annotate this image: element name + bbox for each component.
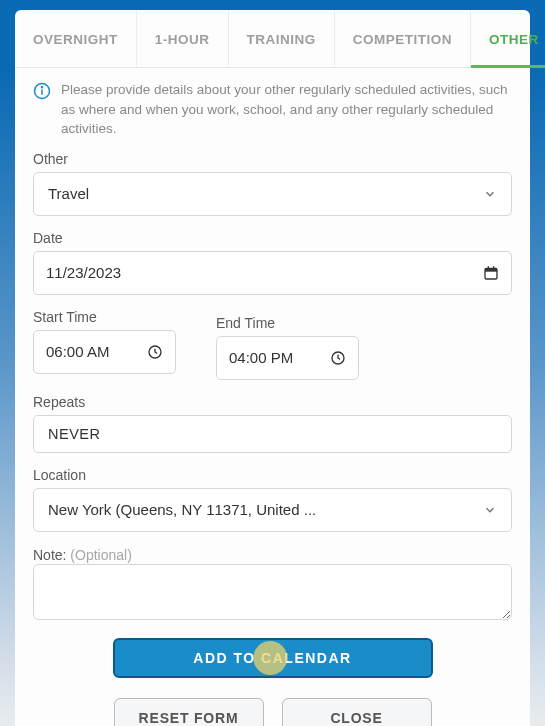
tab-bar: OVERNIGHT 1-HOUR TRAINING COMPETITION OT… — [15, 10, 530, 68]
field-date: Date 11/23/2023 — [33, 230, 512, 295]
end-time-value: 04:00 PM — [229, 349, 293, 366]
label-start-time: Start Time — [33, 309, 176, 325]
date-input[interactable]: 11/23/2023 — [33, 251, 512, 295]
field-repeats: Repeats NEVER — [33, 394, 512, 453]
info-banner: Please provide details about your other … — [33, 80, 512, 139]
field-end-time: End Time 04:00 PM — [216, 315, 359, 380]
form-body: Please provide details about your other … — [15, 68, 530, 726]
svg-point-2 — [41, 87, 42, 88]
label-repeats: Repeats — [33, 394, 512, 410]
tab-other[interactable]: OTHER — [471, 10, 545, 67]
calendar-icon — [483, 265, 499, 281]
date-value: 11/23/2023 — [46, 264, 121, 281]
info-icon — [33, 82, 51, 100]
tab-overnight[interactable]: OVERNIGHT — [15, 10, 137, 67]
field-note: Note: (Optional) — [33, 546, 512, 624]
close-button[interactable]: CLOSE — [282, 698, 432, 726]
end-time-input[interactable]: 04:00 PM — [216, 336, 359, 380]
other-select[interactable]: Travel — [33, 172, 512, 216]
field-start-time: Start Time 06:00 AM — [33, 309, 176, 380]
repeats-input[interactable]: NEVER — [33, 415, 512, 453]
label-note-optional: (Optional) — [70, 547, 131, 563]
modal-card: OVERNIGHT 1-HOUR TRAINING COMPETITION OT… — [15, 10, 530, 726]
field-other: Other Travel — [33, 151, 512, 216]
location-select-value: New York (Queens, NY 11371, United ... — [48, 501, 316, 518]
field-location: Location New York (Queens, NY 11371, Uni… — [33, 467, 512, 532]
label-date: Date — [33, 230, 512, 246]
add-to-calendar-button[interactable]: ADD TO CALENDAR — [113, 638, 433, 678]
info-text: Please provide details about your other … — [61, 80, 512, 139]
clock-icon — [330, 350, 346, 366]
note-textarea[interactable] — [33, 564, 512, 620]
secondary-button-row: RESET FORM CLOSE — [33, 698, 512, 726]
location-select[interactable]: New York (Queens, NY 11371, United ... — [33, 488, 512, 532]
label-location: Location — [33, 467, 512, 483]
chevron-down-icon — [483, 187, 497, 201]
tab-1hour[interactable]: 1-HOUR — [137, 10, 229, 67]
label-other: Other — [33, 151, 512, 167]
reset-form-button[interactable]: RESET FORM — [114, 698, 264, 726]
time-row: Start Time 06:00 AM End Time 04:00 PM — [33, 309, 512, 380]
other-select-value: Travel — [48, 185, 89, 202]
label-end-time: End Time — [216, 315, 359, 331]
tab-competition[interactable]: COMPETITION — [335, 10, 471, 67]
start-time-input[interactable]: 06:00 AM — [33, 330, 176, 374]
clock-icon — [147, 344, 163, 360]
label-note: Note: — [33, 547, 70, 563]
chevron-down-icon — [483, 503, 497, 517]
svg-rect-4 — [485, 268, 497, 271]
start-time-value: 06:00 AM — [46, 343, 109, 360]
add-button-label: ADD TO CALENDAR — [193, 650, 351, 666]
tab-training[interactable]: TRAINING — [229, 10, 335, 67]
